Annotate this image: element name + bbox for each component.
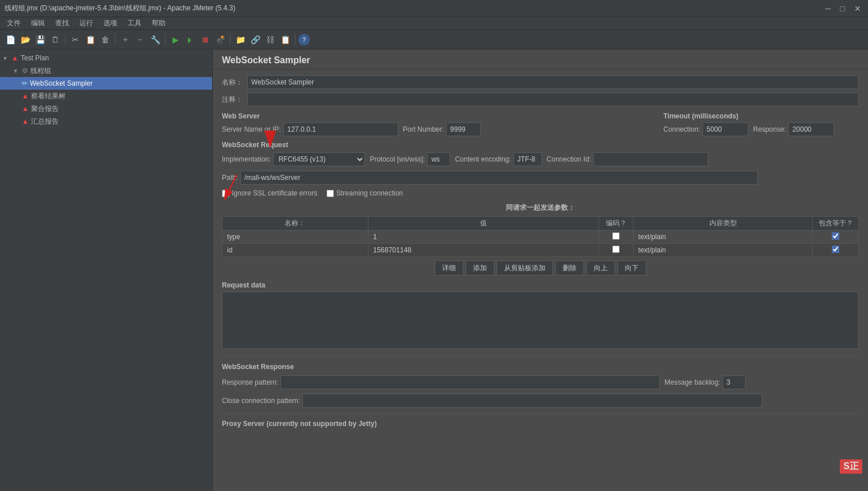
ignore-ssl-checkbox[interactable]	[222, 190, 229, 197]
tb-open[interactable]: 📂	[18, 33, 32, 47]
title-bar: 线程组.jmx (D:\apache-jmeter-5.4.3\bin\线程组.…	[0, 0, 868, 17]
tb-remote-start[interactable]: 🔗	[248, 33, 262, 47]
streaming-checkbox[interactable]	[327, 190, 334, 197]
test-plan-icon: ▲	[11, 54, 18, 62]
tb-settings[interactable]: 🔧	[148, 33, 162, 47]
maximize-button[interactable]: □	[838, 4, 847, 13]
close-connection-input[interactable]	[302, 394, 762, 408]
tb-new[interactable]: 📄	[3, 33, 17, 47]
add-button[interactable]: 添加	[466, 260, 494, 275]
menu-tools[interactable]: 工具	[123, 17, 146, 29]
name-row: 名称：	[222, 75, 859, 89]
request-data-label: Request data	[222, 281, 859, 289]
menu-options[interactable]: 选项	[99, 17, 122, 29]
table-row: id 1568701148 text/plain	[222, 244, 859, 257]
timeout-section: Timeout (milliseconds) Connection: Respo…	[663, 112, 859, 136]
comment-row: 注释：	[222, 93, 859, 106]
row2-include	[813, 244, 859, 257]
response-input[interactable]	[788, 122, 834, 136]
tree-item-test-plan[interactable]: ▼ ▲ Test Plan	[0, 52, 212, 64]
close-button[interactable]: ✕	[852, 4, 863, 13]
menu-help[interactable]: 帮助	[147, 17, 170, 29]
port-label: Port Number:	[403, 125, 444, 133]
window-controls: ─ □ ✕	[823, 4, 863, 13]
tree-item-thread-group[interactable]: ▼ ⚙ 线程组	[0, 64, 212, 77]
minimize-button[interactable]: ─	[823, 4, 834, 13]
path-input[interactable]	[240, 171, 758, 185]
implementation-select[interactable]: RFC6455 (v13) Hybi-10 (v10) Hybi-00/Hixi…	[273, 152, 365, 166]
tb-add[interactable]: ＋	[118, 33, 132, 47]
port-input[interactable]	[446, 122, 481, 136]
tree-label-thread-group: 线程组	[30, 66, 51, 76]
comment-input[interactable]	[247, 93, 859, 106]
title-text: 线程组.jmx (D:\apache-jmeter-5.4.3\bin\线程组.…	[5, 3, 235, 13]
menu-find[interactable]: 查找	[51, 17, 74, 29]
web-server-section: Web Server Server Name or IP: Port Numbe…	[222, 112, 654, 136]
tb-remote-stop[interactable]: ⛓	[263, 33, 277, 47]
detail-button[interactable]: 详细	[435, 260, 463, 275]
tree-item-result-tree[interactable]: ▲ 察看结果树	[0, 90, 212, 102]
tree-item-summary-report[interactable]: ▲ 汇总报告	[0, 115, 212, 128]
row1-encoded	[599, 231, 633, 244]
tb-run-all[interactable]: ⏵	[183, 33, 197, 47]
request-data-area[interactable]	[222, 291, 859, 349]
row1-name: type	[222, 231, 368, 244]
tb-stop[interactable]: ⏹	[198, 33, 212, 47]
tb-log[interactable]: 📋	[278, 33, 292, 47]
name-input[interactable]	[247, 75, 859, 89]
tree-label-result-tree: 察看结果树	[31, 91, 66, 101]
menu-file[interactable]: 文件	[2, 17, 25, 29]
server-name-input[interactable]	[283, 122, 398, 136]
add-clipboard-button[interactable]: 从剪贴板添加	[497, 260, 553, 275]
ignore-ssl-group: Ignore SSL certificate errors	[222, 189, 317, 197]
table-row: type 1 text/plain	[222, 231, 859, 244]
row2-include-cb[interactable]	[832, 246, 839, 253]
menu-edit[interactable]: 编辑	[26, 17, 49, 29]
tb-copy[interactable]: 📋	[83, 33, 97, 47]
agg-report-icon: ▲	[22, 105, 29, 113]
tb-save-as[interactable]: 🗒	[48, 33, 62, 47]
content-encoding-input[interactable]	[513, 152, 542, 166]
timeout-fields: Connection: Response:	[663, 122, 859, 136]
menu-run[interactable]: 运行	[75, 17, 98, 29]
tree-item-agg-report[interactable]: ▲ 聚合报告	[0, 102, 212, 115]
row2-content-type: text/plain	[633, 244, 813, 257]
tb-delete[interactable]: 🗑	[98, 33, 112, 47]
message-backlog-input[interactable]	[723, 375, 746, 389]
thread-group-icon: ⚙	[22, 67, 28, 75]
content-encoding-group: Content encoding:	[455, 152, 541, 166]
col-encoded: 编码？	[599, 217, 633, 231]
connection-input[interactable]	[702, 122, 748, 136]
expand-icon-2: ▼	[13, 68, 20, 74]
tb-help[interactable]: ?	[298, 34, 310, 45]
row1-encoded-cb[interactable]	[612, 232, 620, 240]
up-button[interactable]: 向上	[586, 260, 615, 275]
row2-name: id	[222, 244, 368, 257]
response-pattern-input[interactable]	[281, 375, 660, 389]
protocol-group: Protocol [ws/wss]:	[370, 152, 450, 166]
comment-label: 注释：	[222, 95, 243, 105]
delete-button[interactable]: 删除	[555, 260, 584, 275]
tree-item-ws-sampler[interactable]: ✏ WebSocket Sampler	[0, 77, 212, 90]
tb-remove[interactable]: －	[133, 33, 147, 47]
toolbar: 📄 📂 💾 🗒 ✂ 📋 🗑 ＋ － 🔧 ▶ ⏵ ⏹ 💣 📁 🔗 ⛓ 📋 ?	[0, 30, 868, 49]
server-name-label: Server Name or IP:	[222, 125, 281, 133]
toolbar-sep-4	[230, 34, 231, 45]
timeout-title: Timeout (milliseconds)	[663, 112, 859, 120]
tb-save[interactable]: 💾	[33, 33, 47, 47]
content-encoding-label: Content encoding:	[455, 155, 510, 163]
streaming-label: Streaming connection	[336, 189, 403, 197]
connection-id-input[interactable]	[593, 152, 708, 166]
tb-cut[interactable]: ✂	[68, 33, 82, 47]
col-name: 名称：	[222, 217, 368, 231]
toolbar-sep-3	[165, 34, 166, 45]
row2-encoded-cb[interactable]	[612, 246, 620, 253]
protocol-input[interactable]	[427, 152, 450, 166]
response-group: Response:	[753, 122, 834, 136]
tb-stop-now[interactable]: 💣	[213, 33, 227, 47]
down-button[interactable]: 向下	[617, 260, 646, 275]
tb-clear[interactable]: 📁	[233, 33, 247, 47]
row1-include-cb[interactable]	[832, 232, 839, 240]
toolbar-sep-1	[65, 34, 66, 45]
tb-run[interactable]: ▶	[168, 33, 182, 47]
